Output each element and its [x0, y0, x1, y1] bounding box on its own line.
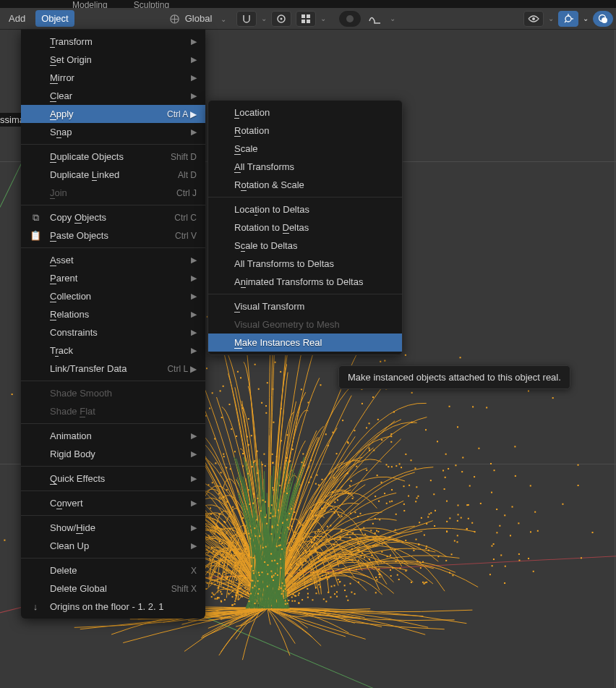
- object-menu[interactable]: Object: [35, 10, 74, 27]
- mi-duplicate-linked[interactable]: Duplicate LinkedAlt D: [21, 166, 205, 184]
- svg-rect-81: [400, 567, 401, 569]
- mi-copy-objects[interactable]: ⧉Copy ObjectsCtrl C: [21, 208, 205, 226]
- mi-shade-flat[interactable]: Shade Flat: [21, 402, 205, 420]
- snap-icon[interactable]: [236, 11, 257, 27]
- svg-rect-303: [307, 402, 309, 403]
- mi-quick-effects[interactable]: Quick Effects▶: [21, 470, 205, 488]
- svg-rect-659: [325, 433, 327, 435]
- mi-delete[interactable]: DeleteX: [21, 561, 205, 579]
- svg-rect-259: [265, 501, 266, 503]
- sphere-icon[interactable]: [339, 11, 361, 27]
- svg-rect-554: [357, 516, 359, 517]
- sm-animated-deltas[interactable]: Animated Transforms to Deltas: [208, 273, 402, 291]
- svg-rect-634: [228, 564, 229, 565]
- sm-make-instances-real[interactable]: Make Instances Real: [208, 334, 402, 352]
- svg-rect-736: [348, 568, 350, 569]
- svg-rect-693: [349, 485, 351, 486]
- mi-animation[interactable]: Animation▶: [21, 427, 205, 445]
- mi-constraints[interactable]: Constraints▶: [21, 323, 205, 341]
- mi-clear[interactable]: Clear▶: [21, 87, 205, 105]
- mi-show-hide[interactable]: Show/Hide▶: [21, 519, 205, 537]
- sm-visual-geometry[interactable]: Visual Geometry to Mesh: [208, 315, 402, 334]
- svg-rect-599: [333, 544, 335, 545]
- mi-duplicate-objects[interactable]: Duplicate ObjectsShift D: [21, 148, 205, 166]
- mi-paste-objects[interactable]: 📋Paste ObjectsCtrl V: [21, 226, 205, 245]
- proportional-icon[interactable]: [271, 11, 291, 27]
- mi-relations[interactable]: Relations▶: [21, 305, 205, 323]
- orientation-dropdown[interactable]: Global ⌄: [184, 10, 232, 27]
- sm-rotation-deltas[interactable]: Rotation to Deltas: [208, 218, 402, 237]
- mi-join[interactable]: JoinCtrl J: [21, 184, 205, 202]
- add-menu[interactable]: Add: [3, 10, 31, 27]
- svg-rect-843: [371, 555, 372, 556]
- mi-transform[interactable]: Transform▶: [21, 33, 205, 51]
- svg-rect-497: [403, 504, 405, 505]
- mi-parent[interactable]: Parent▶: [21, 269, 205, 287]
- svg-rect-146: [403, 485, 405, 487]
- sm-all-deltas[interactable]: All Transforms to Deltas: [208, 255, 402, 273]
- svg-rect-54: [278, 587, 280, 588]
- svg-rect-608: [405, 354, 406, 356]
- svg-rect-226: [277, 574, 278, 576]
- svg-rect-524: [298, 595, 299, 596]
- mi-link-transfer[interactable]: Link/Transfer DataCtrl L ▶: [21, 360, 205, 378]
- gizmo-icon[interactable]: [558, 11, 578, 27]
- svg-rect-284: [395, 530, 396, 531]
- svg-rect-492: [257, 451, 258, 452]
- mi-delete-global[interactable]: Delete GlobalShift X: [21, 579, 205, 598]
- mi-track[interactable]: Track▶: [21, 341, 205, 360]
- svg-rect-406: [227, 577, 228, 578]
- mi-mirror[interactable]: Mirror▶: [21, 69, 205, 87]
- svg-rect-41: [302, 525, 304, 526]
- sm-rotation[interactable]: Rotation: [208, 122, 402, 140]
- svg-rect-882: [265, 405, 267, 407]
- sm-visual-transform[interactable]: Visual Transform: [208, 297, 402, 315]
- mi-origins-floor[interactable]: ↓Origins on the floor - 1. 2. 1: [21, 598, 205, 616]
- sm-scale-deltas[interactable]: Scale to Deltas: [208, 237, 402, 255]
- sm-scale[interactable]: Scale: [208, 140, 402, 158]
- svg-rect-268: [207, 582, 208, 584]
- mi-shade-smooth[interactable]: Shade Smooth: [21, 384, 205, 402]
- svg-rect-747: [378, 501, 380, 502]
- svg-rect-103: [336, 453, 338, 454]
- svg-rect-584: [280, 371, 281, 373]
- mi-asset[interactable]: Asset▶: [21, 251, 205, 269]
- svg-rect-525: [533, 571, 534, 572]
- sm-location-deltas[interactable]: Location to Deltas: [208, 200, 402, 218]
- svg-rect-210: [242, 407, 244, 409]
- svg-rect-126: [273, 422, 274, 423]
- mi-set-origin[interactable]: Set Origin▶: [21, 51, 205, 69]
- svg-rect-595: [310, 477, 312, 478]
- mi-collection[interactable]: Collection▶: [21, 287, 205, 305]
- svg-rect-159: [311, 510, 312, 511]
- tab-modeling[interactable]: Modeling: [72, 0, 108, 8]
- wave-icon[interactable]: [365, 11, 385, 27]
- svg-rect-51: [223, 553, 224, 555]
- svg-rect-424: [493, 543, 495, 545]
- svg-rect-272: [285, 588, 286, 590]
- mi-snap[interactable]: Snap▶: [21, 123, 205, 141]
- tab-sculpting[interactable]: Sculpting: [134, 0, 169, 8]
- svg-rect-594: [223, 564, 225, 566]
- mi-apply[interactable]: ApplyCtrl A ▶: [21, 105, 205, 123]
- svg-rect-213: [446, 530, 448, 532]
- grid-icon[interactable]: [296, 11, 316, 27]
- mi-rigid-body[interactable]: Rigid Body▶: [21, 445, 205, 463]
- sm-rotation-scale[interactable]: Rotation & Scale: [208, 176, 402, 194]
- overlay-icon[interactable]: [593, 11, 613, 27]
- visibility-icon[interactable]: [523, 11, 544, 27]
- mi-clean-up[interactable]: Clean Up▶: [21, 537, 205, 555]
- mi-convert[interactable]: Convert▶: [21, 494, 205, 512]
- svg-rect-528: [304, 570, 305, 572]
- svg-rect-161: [411, 459, 412, 461]
- sm-location[interactable]: Location: [208, 103, 402, 122]
- sm-all-transforms[interactable]: All Transforms: [208, 158, 402, 176]
- svg-rect-63: [581, 557, 582, 559]
- svg-rect-828: [411, 582, 412, 583]
- svg-rect-336: [334, 501, 335, 503]
- svg-rect-412: [534, 511, 536, 513]
- svg-rect-663: [251, 435, 252, 436]
- svg-rect-70: [261, 402, 262, 404]
- svg-point-1: [280, 17, 282, 20]
- svg-rect-619: [344, 585, 346, 586]
